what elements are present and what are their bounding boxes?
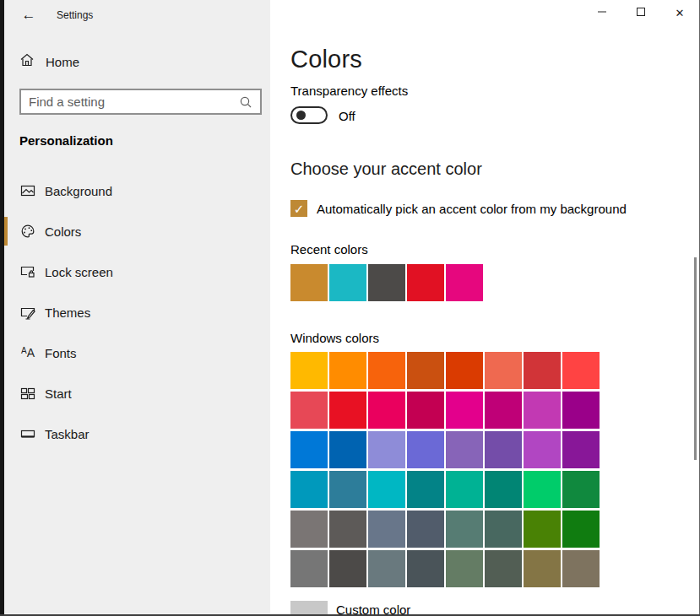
color-swatch[interactable] <box>290 471 328 508</box>
window-controls: ✕ <box>583 0 699 25</box>
page-title: Colors <box>290 46 362 73</box>
fonts-aa-icon: AA <box>19 347 36 359</box>
color-swatch[interactable] <box>368 431 405 468</box>
color-swatch[interactable] <box>368 352 405 389</box>
sidebar-item-label: Fonts <box>45 346 77 360</box>
color-swatch[interactable] <box>562 392 600 429</box>
auto-accent-row: ✓ Automatically pick an accent color fro… <box>290 200 627 217</box>
color-palette-icon <box>19 224 36 239</box>
color-swatch[interactable] <box>446 392 483 429</box>
color-swatch[interactable] <box>368 471 405 508</box>
color-swatch[interactable] <box>407 550 444 587</box>
recent-colors-label: Recent colors <box>290 242 368 257</box>
windows-colors-grid <box>290 352 600 587</box>
sidebar-item-home[interactable]: Home <box>19 51 79 73</box>
color-swatch[interactable] <box>407 471 444 508</box>
recent-colors-row <box>290 264 483 301</box>
toggle-state-label: Off <box>339 109 355 123</box>
color-swatch[interactable] <box>290 392 328 429</box>
sidebar-item-themes[interactable]: Themes <box>4 294 270 331</box>
sidebar-item-fonts[interactable]: AA Fonts <box>4 334 270 371</box>
minimize-icon <box>597 7 607 19</box>
sidebar-item-label: Home <box>46 55 79 69</box>
search-icon[interactable] <box>239 95 252 109</box>
back-arrow-icon: ← <box>22 7 36 24</box>
color-swatch[interactable] <box>446 550 483 587</box>
color-swatch[interactable] <box>290 550 328 587</box>
color-swatch[interactable] <box>290 352 328 389</box>
color-swatch[interactable] <box>329 431 366 468</box>
color-swatch[interactable] <box>329 471 366 508</box>
color-swatch[interactable] <box>407 392 444 429</box>
color-swatch[interactable] <box>562 352 600 389</box>
settings-window: ← Settings Home Personalization <box>0 0 700 616</box>
sidebar-item-lock-screen[interactable]: Lock screen <box>4 253 270 290</box>
close-button[interactable]: ✕ <box>660 0 699 25</box>
close-icon: ✕ <box>676 7 685 19</box>
color-swatch[interactable] <box>562 550 600 587</box>
color-swatch[interactable] <box>485 431 522 468</box>
color-swatch[interactable] <box>407 352 444 389</box>
maximize-icon <box>636 7 646 19</box>
sidebar-item-start[interactable]: Start <box>4 375 270 412</box>
vertical-scrollbar-thumb[interactable] <box>694 257 697 460</box>
color-swatch[interactable] <box>524 352 561 389</box>
color-swatch[interactable] <box>524 392 561 429</box>
lock-screen-icon <box>19 265 36 278</box>
app-title: Settings <box>57 9 93 21</box>
color-swatch[interactable] <box>446 511 483 548</box>
color-swatch[interactable] <box>485 352 522 389</box>
minimize-button[interactable] <box>583 0 621 25</box>
color-swatch[interactable] <box>485 550 522 587</box>
sidebar-item-background[interactable]: Background <box>4 172 270 209</box>
color-swatch[interactable] <box>290 511 328 548</box>
sidebar-item-label: Themes <box>45 305 90 320</box>
color-swatch[interactable] <box>368 550 405 587</box>
maximize-button[interactable] <box>621 0 660 25</box>
taskbar-icon <box>19 429 36 439</box>
selected-item-accent-bar <box>4 217 8 246</box>
color-swatch[interactable] <box>446 471 483 508</box>
start-layout-icon <box>19 387 36 400</box>
color-swatch[interactable] <box>562 431 600 468</box>
color-swatch[interactable] <box>446 352 483 389</box>
color-swatch[interactable] <box>446 264 483 301</box>
color-swatch[interactable] <box>524 550 561 587</box>
themes-pen-icon <box>19 305 36 320</box>
color-swatch[interactable] <box>407 264 444 301</box>
search-input[interactable] <box>21 90 239 113</box>
sidebar-item-label: Start <box>45 386 72 401</box>
transparency-toggle[interactable] <box>290 106 328 124</box>
search-box <box>19 89 262 115</box>
color-swatch[interactable] <box>368 264 405 301</box>
auto-accent-checkbox[interactable]: ✓ <box>290 200 307 217</box>
color-swatch[interactable] <box>368 392 405 429</box>
color-swatch[interactable] <box>407 431 444 468</box>
color-swatch[interactable] <box>329 392 366 429</box>
color-swatch[interactable] <box>562 471 600 508</box>
sidebar-item-colors[interactable]: Colors <box>4 213 270 250</box>
color-swatch[interactable] <box>329 550 366 587</box>
sidebar-item-label: Taskbar <box>45 427 90 441</box>
sidebar-item-label: Colors <box>45 224 81 239</box>
color-swatch[interactable] <box>524 431 561 468</box>
color-swatch[interactable] <box>290 264 328 301</box>
color-swatch[interactable] <box>446 431 483 468</box>
sidebar-item-taskbar[interactable]: Taskbar <box>4 415 270 452</box>
color-swatch[interactable] <box>329 352 366 389</box>
color-swatch[interactable] <box>524 511 561 548</box>
color-swatch[interactable] <box>562 511 600 548</box>
color-swatch[interactable] <box>524 471 561 508</box>
sidebar: ← Settings Home Personalization <box>4 0 270 614</box>
home-icon <box>19 52 35 71</box>
color-swatch[interactable] <box>329 511 366 548</box>
color-swatch[interactable] <box>485 392 522 429</box>
sidebar-item-label: Background <box>45 184 112 198</box>
color-swatch[interactable] <box>329 264 366 301</box>
color-swatch[interactable] <box>485 511 522 548</box>
color-swatch[interactable] <box>407 511 444 548</box>
color-swatch[interactable] <box>290 431 328 468</box>
back-button[interactable]: ← <box>16 3 41 27</box>
color-swatch[interactable] <box>368 511 405 548</box>
color-swatch[interactable] <box>485 471 522 508</box>
